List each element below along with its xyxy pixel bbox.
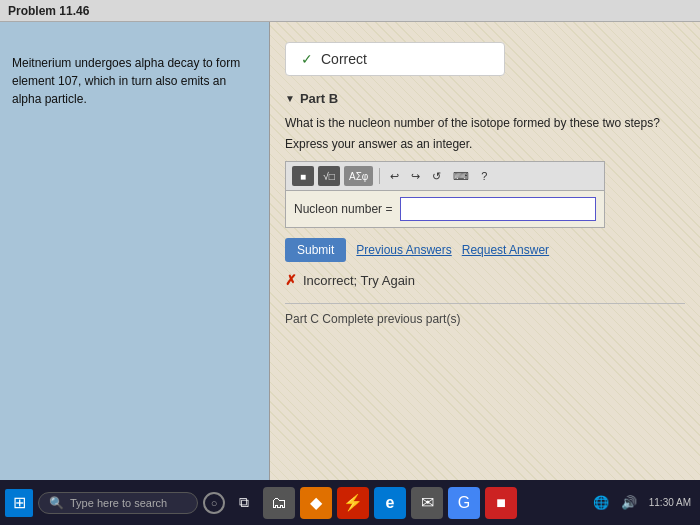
part-b-label: ▼ Part B — [285, 91, 685, 106]
header-bar: Problem 11.46 — [0, 0, 700, 22]
input-row: Nucleon number = — [285, 190, 605, 228]
cortana-button[interactable]: ○ — [203, 492, 225, 514]
system-tray: 🌐 🔊 11:30 AM — [589, 493, 695, 512]
express-text: Express your answer as an integer. — [285, 137, 685, 151]
search-icon: 🔍 — [49, 496, 64, 510]
undo-icon[interactable]: ↩ — [386, 168, 403, 185]
search-placeholder: Type here to search — [70, 497, 167, 509]
buttons-row: Submit Previous Answers Request Answer — [285, 238, 685, 262]
lightning-icon: ⚡ — [343, 493, 363, 512]
app-icon-2[interactable]: ⚡ — [337, 487, 369, 519]
problem-text: Meitnerium undergoes alpha decay to form… — [12, 54, 257, 108]
triangle-icon: ▼ — [285, 93, 295, 104]
incorrect-message: ✗ Incorrect; Try Again — [285, 272, 685, 288]
folder-icon: 🗂 — [271, 494, 287, 512]
search-bar[interactable]: 🔍 Type here to search — [38, 492, 198, 514]
problem-title: Problem 11.46 — [8, 4, 89, 18]
redo-icon[interactable]: ↪ — [407, 168, 424, 185]
question-icon[interactable]: ? — [477, 168, 491, 184]
keyboard-icon[interactable]: ⌨ — [449, 168, 473, 185]
submit-button[interactable]: Submit — [285, 238, 346, 262]
edge-icon[interactable]: e — [374, 487, 406, 519]
previous-answers-button[interactable]: Previous Answers — [356, 243, 451, 257]
taskbar: ⊞ 🔍 Type here to search ○ ⧉ 🗂 ◆ ⚡ e ✉ G … — [0, 480, 700, 525]
file-explorer-icon[interactable]: 🗂 — [263, 487, 295, 519]
matrix-btn[interactable]: ■ — [292, 166, 314, 186]
part-c-label: Part C Complete previous part(s) — [285, 303, 685, 326]
symbol-btn[interactable]: AΣφ — [344, 166, 373, 186]
nucleon-input[interactable] — [400, 197, 596, 221]
clock: 11:30 AM — [645, 495, 695, 510]
checkmark-icon: ✓ — [301, 51, 313, 67]
windows-icon: ⊞ — [13, 493, 26, 512]
task-view-icon: ⧉ — [239, 494, 249, 511]
mail-icon[interactable]: ✉ — [411, 487, 443, 519]
refresh-icon[interactable]: ↺ — [428, 168, 445, 185]
right-panel: ✓ Correct ▼ Part B What is the nucleon n… — [270, 22, 700, 480]
task-view-btn[interactable]: ⧉ — [230, 489, 258, 517]
volume-icon[interactable]: 🔊 — [617, 493, 641, 512]
input-toolbar: ■ √□ AΣφ ↩ ↪ ↺ ⌨ ? — [285, 161, 605, 190]
chrome-icon[interactable]: G — [448, 487, 480, 519]
network-icon[interactable]: 🌐 — [589, 493, 613, 512]
app3-symbol: ■ — [496, 494, 506, 512]
nucleon-label: Nucleon number = — [294, 202, 392, 216]
correct-banner: ✓ Correct — [285, 42, 505, 76]
edge-letter: e — [386, 494, 395, 512]
x-icon: ✗ — [285, 272, 297, 288]
diamond-icon: ◆ — [310, 493, 322, 512]
chrome-symbol: G — [458, 494, 470, 512]
separator1 — [379, 168, 380, 184]
cortana-icon: ○ — [211, 497, 218, 509]
start-button[interactable]: ⊞ — [5, 489, 33, 517]
question-text: What is the nucleon number of the isotop… — [285, 114, 685, 133]
left-panel: Meitnerium undergoes alpha decay to form… — [0, 22, 270, 480]
request-answer-button[interactable]: Request Answer — [462, 243, 549, 257]
content-wrapper: Meitnerium undergoes alpha decay to form… — [0, 22, 700, 480]
mail-symbol: ✉ — [421, 493, 434, 512]
correct-label: Correct — [321, 51, 367, 67]
app-icon-3[interactable]: ■ — [485, 487, 517, 519]
part-b-text: Part B — [300, 91, 338, 106]
sqrt-btn[interactable]: √□ — [318, 166, 340, 186]
app-icon-1[interactable]: ◆ — [300, 487, 332, 519]
incorrect-text: Incorrect; Try Again — [303, 273, 415, 288]
part-c-text: Part C Complete previous part(s) — [285, 312, 460, 326]
